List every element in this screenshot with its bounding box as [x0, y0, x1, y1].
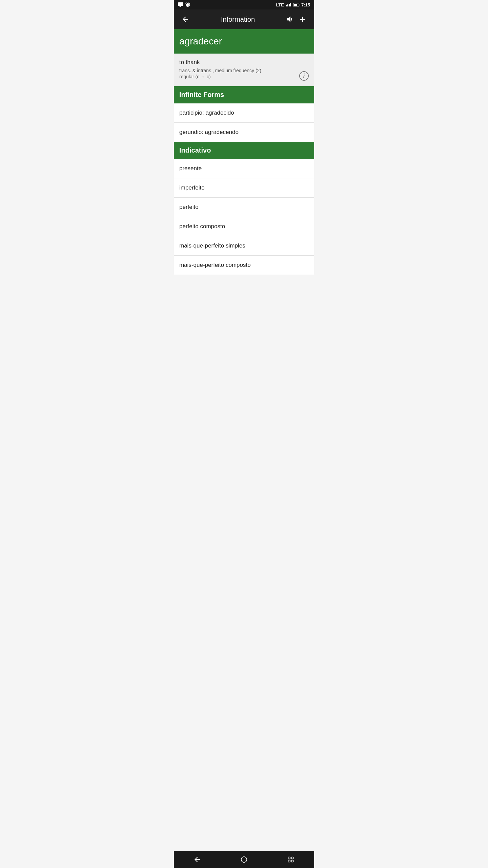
gerundio-item: gerundio: agradecendo — [179, 129, 239, 135]
perfeito-composto-item: perfeito composto — [179, 223, 225, 230]
svg-rect-0 — [178, 2, 183, 6]
list-item[interactable]: mais-que-perfeito composto — [174, 256, 314, 275]
app-bar: Information — [174, 9, 314, 29]
presente-item: presente — [179, 165, 202, 172]
network-type: LTE — [276, 2, 284, 7]
svg-marker-1 — [179, 6, 181, 7]
indicativo-header: Indicativo — [174, 142, 314, 159]
svg-point-6 — [188, 5, 189, 5]
infinite-forms-header: Infinite Forms — [174, 86, 314, 103]
c-cedilla: ç) — [205, 74, 211, 79]
word-header: agradecer — [174, 29, 314, 54]
indicativo-list: presente imperfeito perfeito perfeito co… — [174, 159, 314, 275]
mais-que-perfeito-composto-item: mais-que-perfeito composto — [179, 262, 251, 268]
android-icon — [185, 2, 190, 7]
status-bar: LTE 7:15 — [174, 0, 314, 9]
list-item[interactable]: presente — [174, 159, 314, 178]
svg-line-3 — [186, 3, 186, 4]
message-icon — [178, 2, 183, 7]
imperfeito-item: imperfeito — [179, 184, 205, 191]
infinite-forms-list: participio: agradecido gerundio: agradec… — [174, 103, 314, 142]
battery-icon — [293, 3, 299, 6]
add-button[interactable] — [297, 13, 309, 25]
page-title: Information — [191, 16, 284, 23]
word-title: agradecer — [179, 36, 222, 46]
mais-que-perfeito-simples-item: mais-que-perfeito simples — [179, 242, 245, 249]
status-bar-right: LTE 7:15 — [276, 2, 310, 7]
volume-button[interactable] — [284, 13, 297, 25]
signal-icon — [286, 3, 291, 6]
svg-line-4 — [189, 3, 190, 4]
list-item[interactable]: gerundio: agradecendo — [174, 123, 314, 142]
participio-item: participio: agradecido — [179, 110, 234, 116]
translation: to thank — [179, 59, 309, 66]
list-item[interactable]: participio: agradecido — [174, 103, 314, 123]
infinite-forms-title: Infinite Forms — [179, 91, 224, 98]
perfeito-item: perfeito — [179, 204, 199, 210]
back-button[interactable] — [179, 13, 191, 25]
list-item[interactable]: perfeito — [174, 198, 314, 217]
list-item[interactable]: mais-que-perfeito simples — [174, 236, 314, 256]
status-bar-left-icons — [178, 2, 190, 7]
list-item[interactable]: imperfeito — [174, 178, 314, 198]
arrow-symbol: → — [201, 74, 205, 79]
svg-point-5 — [187, 5, 187, 5]
list-item[interactable]: perfeito composto — [174, 217, 314, 236]
info-button[interactable]: i — [299, 71, 309, 81]
definition-meta: trans. & intrans., medium frequency (2) — [179, 68, 309, 73]
conjugation-note: regular (c → ç) — [179, 74, 309, 79]
definition-section: to thank trans. & intrans., medium frequ… — [174, 54, 314, 86]
status-time: 7:15 — [301, 2, 310, 7]
indicativo-title: Indicativo — [179, 146, 211, 154]
regular-text: regular (c — [179, 74, 201, 79]
